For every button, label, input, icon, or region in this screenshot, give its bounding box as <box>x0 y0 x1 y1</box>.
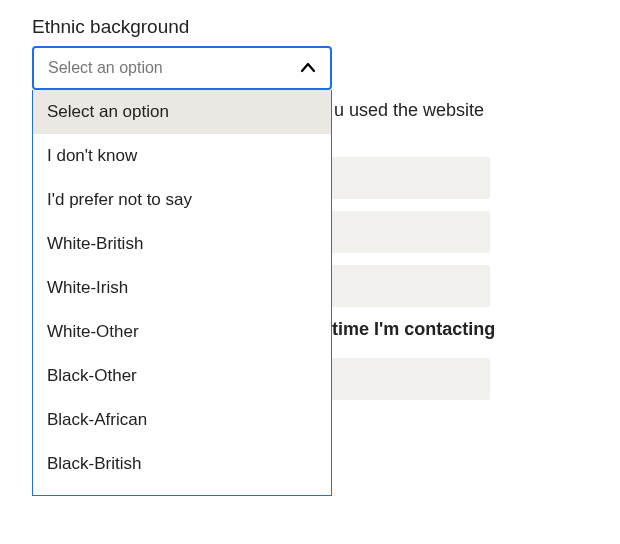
dropdown-option[interactable]: Black-Asian <box>33 486 331 496</box>
dropdown-panel: Select an option I don't know I'd prefer… <box>32 90 332 496</box>
select-control[interactable]: Select an option <box>32 46 332 90</box>
dropdown-option[interactable]: I don't know <box>33 134 331 178</box>
background-text-fragment: time I'm contacting <box>332 319 600 340</box>
dropdown-option[interactable]: White-Other <box>33 310 331 354</box>
dropdown-option[interactable]: I'd prefer not to say <box>33 178 331 222</box>
select-placeholder: Select an option <box>48 59 163 77</box>
dropdown-option[interactable]: White-Irish <box>33 266 331 310</box>
dropdown-option[interactable]: Black-Other <box>33 354 331 398</box>
dropdown-option[interactable]: Black-British <box>33 442 331 486</box>
dropdown-option[interactable]: White-British <box>33 222 331 266</box>
ethnic-background-select[interactable]: Select an option Select an option I don'… <box>32 46 332 90</box>
background-text-fragment: u used the website <box>334 100 600 121</box>
dropdown-option[interactable]: Select an option <box>33 90 331 134</box>
field-label: Ethnic background <box>32 16 588 38</box>
dropdown-option[interactable]: Black-African <box>33 398 331 442</box>
chevron-up-icon <box>300 60 316 76</box>
